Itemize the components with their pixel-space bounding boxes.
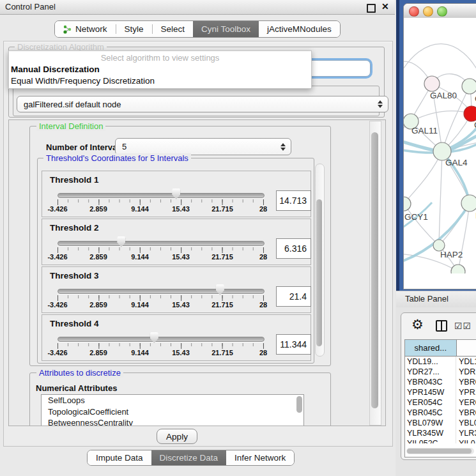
tick-label: 9.144 — [131, 205, 149, 213]
popup-option-manual-discretization[interactable]: Manual Discretization — [11, 65, 100, 74]
tick-label: 15.43 — [172, 205, 190, 213]
table-row[interactable]: YDL19...YDL1 — [405, 357, 476, 367]
number-of-intervals-value: 5 — [122, 142, 127, 151]
tick-label: -3.426 — [47, 349, 67, 357]
cell: YER0 — [456, 397, 476, 408]
threshold-3-value-field[interactable]: 21.4 — [276, 286, 311, 307]
tick-marks — [58, 247, 264, 253]
combo-spinner-icon — [378, 100, 383, 108]
close-icon[interactable]: ✕ — [381, 1, 389, 12]
table-row[interactable]: YDR27...YDR2 — [405, 367, 476, 377]
column-layout-icon[interactable] — [436, 320, 447, 332]
thresholds-scrollbar[interactable] — [315, 164, 325, 357]
tab-impute-data[interactable]: Impute Data — [88, 450, 151, 465]
settings-scrollbar[interactable] — [369, 121, 381, 426]
cell: YDL19... — [405, 357, 456, 367]
settings-scrollbar-thumb[interactable] — [371, 132, 378, 408]
node-gal80[interactable] — [424, 76, 440, 91]
tab-select[interactable]: Select — [153, 21, 194, 37]
attributes-scrollbar-thumb[interactable] — [296, 396, 302, 413]
table-data-selected: galFiltered.sif default node — [24, 100, 121, 109]
cell: YBR043C — [405, 377, 456, 387]
algorithm-popup: Select algorithm to view settings Manual… — [8, 50, 312, 89]
network-icon — [63, 25, 72, 34]
tab-jactivemnodules[interactable]: jActiveMNodules — [259, 21, 340, 37]
table-row[interactable]: YER054CYER0 — [405, 397, 476, 408]
node-label: GAL4 — [445, 158, 468, 167]
minimize-traffic-light-icon[interactable] — [423, 6, 433, 17]
table-row[interactable]: YBL079WYBL0 — [405, 418, 476, 428]
float-window-icon[interactable] — [367, 4, 376, 13]
threshold-2-slider[interactable] — [58, 241, 265, 246]
threshold-4-value-field[interactable]: 11.344 — [276, 334, 311, 355]
zoom-traffic-light-icon[interactable] — [437, 6, 447, 17]
attributes-group-title: Attributes to discretize — [36, 368, 123, 378]
gear-icon[interactable]: ⚙ — [411, 317, 424, 332]
table-row[interactable]: YBR043CYBR0 — [405, 377, 476, 387]
cell: YIL0 — [456, 438, 475, 443]
threshold-4-slider[interactable] — [58, 337, 265, 342]
table-row[interactable]: YLR345WYLR3 — [405, 428, 476, 438]
tab-discretize-data[interactable]: Discretize Data — [151, 450, 227, 465]
numerical-attributes-label: Numerical Attributes — [36, 383, 117, 393]
cell: YBR045C — [405, 408, 456, 418]
tick-label: -3.426 — [47, 253, 67, 261]
list-item-selfloops[interactable]: SelfLoops — [42, 395, 303, 406]
tick-marks — [58, 295, 264, 301]
node-cut-bottom[interactable] — [451, 265, 465, 273]
apply-button[interactable]: Apply — [157, 429, 197, 444]
threshold-2-value-field[interactable]: 6.316 — [276, 238, 311, 259]
table-row[interactable]: YIL052CYIL0 — [405, 438, 476, 443]
tick-label: 15.43 — [172, 349, 190, 357]
tick-label: 9.144 — [131, 253, 149, 261]
cell: YBR0 — [456, 408, 476, 418]
checkbox-pair-icon[interactable]: ☑☑ — [454, 321, 472, 331]
tick-label: 28 — [259, 205, 267, 213]
node-label: GCY1 — [404, 212, 428, 222]
popup-option-equal-width-frequency[interactable]: Equal Width/Frequency Discretization — [11, 76, 155, 86]
tick-label: 15.43 — [172, 301, 190, 309]
cell: YBL079W — [405, 418, 456, 428]
node-selected-red[interactable] — [464, 106, 476, 121]
node-h[interactable] — [461, 195, 476, 211]
table-row[interactable]: YBR045CYBR0 — [405, 408, 476, 418]
table-data-combobox[interactable]: galFiltered.sif default node — [17, 96, 388, 112]
column-header-name[interactable]: na — [457, 340, 476, 356]
node-gcy1[interactable] — [404, 197, 411, 211]
threshold-1-value-field[interactable]: 14.713 — [276, 190, 311, 211]
threshold-3-label: Threshold 3 — [50, 271, 99, 280]
cell: YPR1 — [456, 387, 476, 397]
tick-label: 28 — [259, 301, 267, 309]
table-row[interactable]: YPR145WYPR1 — [405, 387, 476, 397]
network-window-titlebar — [404, 4, 476, 19]
tab-cyni-toolbox[interactable]: Cyni Toolbox — [193, 21, 259, 37]
tick-label: 15.43 — [172, 253, 190, 261]
tab-style[interactable]: Style — [116, 21, 152, 37]
table-horizontal-scrollbar[interactable] — [406, 448, 474, 454]
tick-marks — [58, 199, 264, 205]
network-canvas[interactable]: GAL80 GA GAL11 C GAL4 GCY1 H HAP2 — [404, 18, 476, 273]
thresholds-scrollbar-thumb[interactable] — [316, 199, 322, 346]
numerical-attributes-list: SelfLoops TopologicalCoefficient Between… — [41, 394, 304, 426]
tab-infer-network[interactable]: Infer Network — [226, 450, 294, 465]
cell: YDL1 — [456, 357, 476, 367]
node-label: GAL80 — [430, 91, 457, 100]
list-item-betweennesscentrality[interactable]: BetweennessCentrality — [42, 417, 303, 426]
number-of-intervals-label: Number of Intervals — [46, 142, 124, 152]
threshold-3-slider[interactable] — [58, 289, 265, 294]
combo-spinner-icon — [280, 143, 286, 151]
attributes-group: Attributes to discretize Numerical Attri… — [29, 372, 331, 426]
panel-title: Control Panel — [5, 2, 56, 12]
list-item-topologicalcoefficient[interactable]: TopologicalCoefficient — [42, 406, 303, 418]
threshold-1-slider[interactable] — [58, 193, 265, 198]
node-cut-top-right[interactable] — [462, 79, 476, 94]
cell: YPR145W — [405, 387, 456, 397]
close-traffic-light-icon[interactable] — [409, 6, 419, 17]
table-horizontal-scrollbar-thumb[interactable] — [407, 449, 472, 454]
column-header-shared-name[interactable]: shared... — [405, 340, 457, 356]
popup-placeholder: Select algorithm to view settings — [9, 53, 311, 63]
number-of-intervals-combobox[interactable]: 5 — [115, 138, 291, 155]
tab-network[interactable]: Network — [55, 21, 116, 37]
thresholds-group-title: Threshold's Coordinates for 5 Intervals — [43, 153, 191, 163]
tick-label: 21.715 — [211, 301, 233, 309]
